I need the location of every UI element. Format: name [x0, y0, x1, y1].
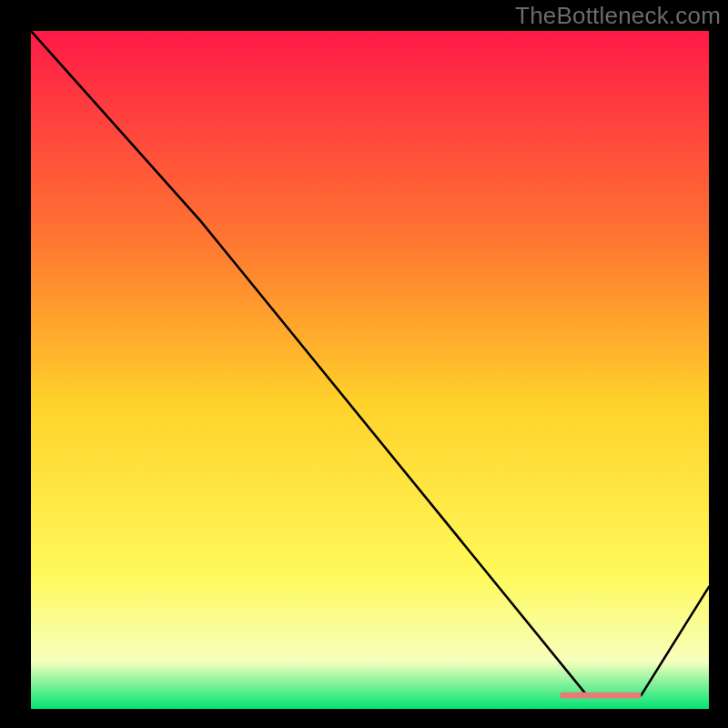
highlight-marker [560, 693, 641, 699]
watermark-text: TheBottleneck.com [515, 2, 721, 30]
gradient-background [31, 31, 709, 709]
chart-frame: TheBottleneck.com [0, 0, 728, 728]
chart-plot [31, 31, 709, 709]
